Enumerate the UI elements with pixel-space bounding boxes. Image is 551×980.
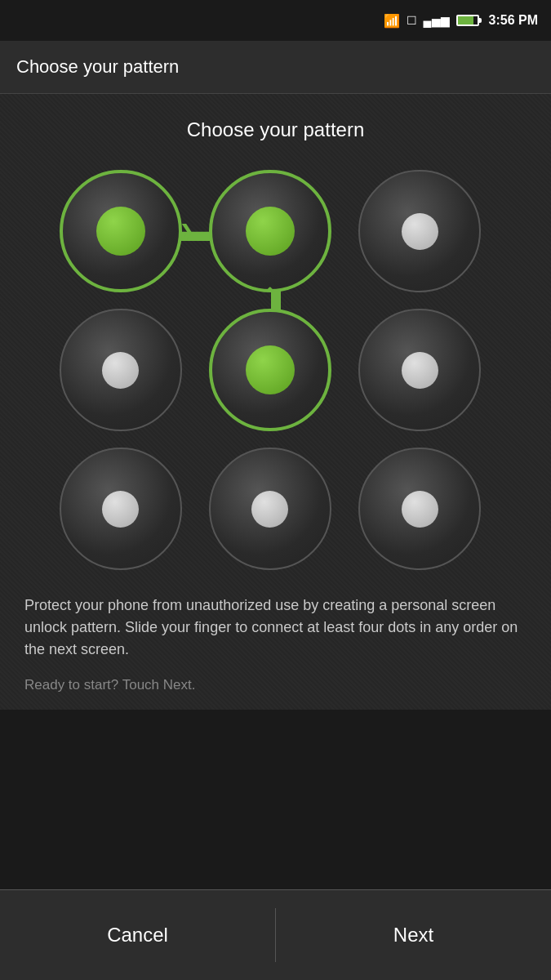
inner-dot-1 (96, 207, 145, 256)
pattern-dot-1[interactable]: ❯ (60, 170, 182, 292)
wifi-icon: 📶 (384, 13, 400, 29)
ready-text: Ready to start? Touch Next. (16, 677, 535, 693)
next-label: Next (393, 924, 433, 947)
pattern-grid[interactable]: ❯ ⌃ (60, 170, 492, 570)
inner-dot-5 (246, 345, 295, 394)
page-heading: Choose your pattern (187, 118, 364, 141)
main-content: Choose your pattern ❯ ⌃ (0, 94, 551, 710)
screen-icon: ☐ (407, 14, 417, 27)
pattern-dot-5[interactable] (209, 309, 331, 431)
description-text: Protect your phone from unauthorized use… (16, 595, 535, 661)
cancel-label: Cancel (107, 924, 168, 947)
signal-icon: ▄▅▆ (424, 14, 450, 27)
pattern-dot-6[interactable] (358, 309, 481, 431)
battery-icon (456, 15, 479, 26)
inner-dot-8 (251, 491, 288, 528)
inner-dot-2 (246, 207, 295, 256)
pattern-dot-4[interactable] (60, 309, 182, 431)
status-time: 3:56 PM (489, 13, 538, 28)
pattern-dot-2[interactable]: ⌃ (209, 170, 331, 292)
inner-dot-9 (402, 491, 438, 528)
inner-dot-6 (402, 352, 438, 389)
inner-dot-7 (102, 491, 139, 528)
inner-dot-4 (102, 352, 139, 389)
pattern-dot-9[interactable] (358, 448, 481, 570)
pattern-dot-8[interactable] (209, 448, 331, 570)
status-bar: 📶 ☐ ▄▅▆ 3:56 PM (0, 0, 551, 41)
cancel-button[interactable]: Cancel (0, 890, 275, 980)
next-button[interactable]: Next (276, 890, 551, 980)
app-bar-title: Choose your pattern (16, 56, 179, 78)
app-bar: Choose your pattern (0, 41, 551, 94)
pattern-dot-7[interactable] (60, 448, 182, 570)
inner-dot-3 (402, 213, 438, 250)
bottom-bar: Cancel Next (0, 889, 551, 980)
pattern-dot-3[interactable] (358, 170, 481, 292)
